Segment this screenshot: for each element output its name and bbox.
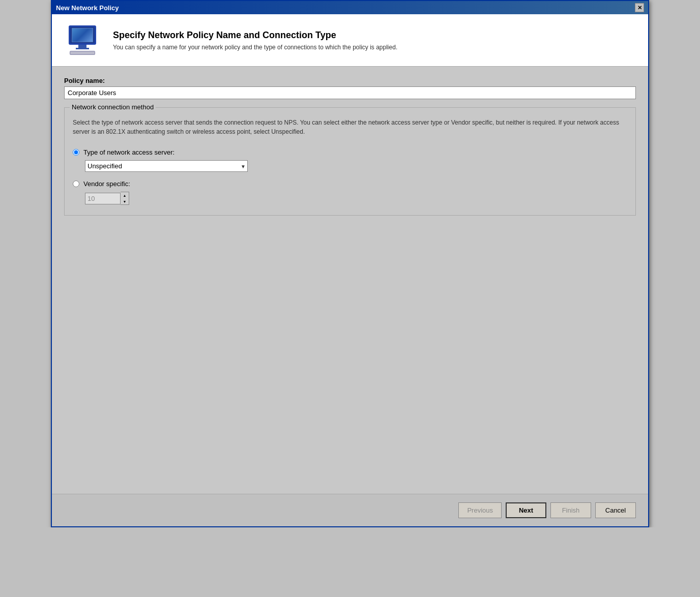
- spinner-up-button[interactable]: ▲: [121, 192, 129, 198]
- network-connection-group: Network connection method Select the typ…: [64, 107, 636, 216]
- page-title: Specify Network Policy Name and Connecti…: [113, 30, 397, 41]
- vendor-specific-row: ▲ ▼: [85, 192, 627, 205]
- radio-vendor-label[interactable]: Vendor specific:: [83, 180, 130, 188]
- group-legend: Network connection method: [70, 103, 156, 111]
- policy-name-input[interactable]: [64, 86, 636, 99]
- monitor-stand: [76, 48, 89, 49]
- next-button[interactable]: Next: [506, 502, 546, 518]
- spinner-buttons: ▲ ▼: [121, 192, 129, 205]
- cancel-button[interactable]: Cancel: [595, 502, 636, 518]
- policy-name-label: Policy name:: [64, 77, 636, 84]
- group-description: Select the type of network access server…: [73, 118, 627, 136]
- keyboard-icon: [70, 51, 95, 55]
- footer-area: Previous Next Finish Cancel: [52, 494, 648, 526]
- window-title: New Network Policy: [56, 4, 119, 12]
- dropdown-wrapper: Unspecified RAS (dial-up or VPN) 802.1X: [85, 160, 248, 172]
- spinner-wrapper: ▲ ▼: [85, 192, 627, 205]
- dropdown-row: Unspecified RAS (dial-up or VPN) 802.1X: [85, 160, 627, 172]
- radio-vendor-row: Vendor specific:: [73, 180, 627, 188]
- previous-button[interactable]: Previous: [458, 502, 502, 518]
- header-icon: [62, 22, 103, 58]
- page-description: You can specify a name for your network …: [113, 44, 397, 51]
- radio-vendor-input[interactable]: [73, 181, 79, 187]
- monitor-icon: [69, 25, 96, 45]
- vendor-spinner-input: [85, 193, 121, 204]
- radio-type-row: Type of network access server:: [73, 148, 627, 156]
- monitor-screen: [72, 28, 93, 42]
- main-window: New Network Policy ✕ Specify Network Pol…: [51, 0, 649, 527]
- network-type-dropdown[interactable]: Unspecified RAS (dial-up or VPN) 802.1X: [85, 160, 248, 172]
- close-button[interactable]: ✕: [635, 3, 644, 12]
- radio-type-input[interactable]: [73, 149, 79, 156]
- finish-button[interactable]: Finish: [550, 502, 591, 518]
- header-area: Specify Network Policy Name and Connecti…: [52, 14, 648, 67]
- spinner-down-button[interactable]: ▼: [121, 198, 129, 204]
- content-area: Policy name: Network connection method S…: [52, 67, 648, 494]
- radio-type-label[interactable]: Type of network access server:: [83, 148, 174, 156]
- header-text-area: Specify Network Policy Name and Connecti…: [113, 30, 397, 51]
- title-bar: New Network Policy ✕: [52, 1, 648, 14]
